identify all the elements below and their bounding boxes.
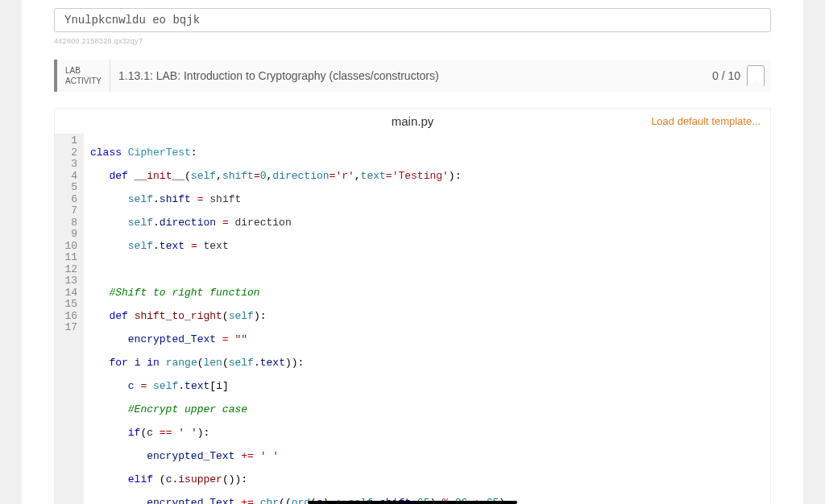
bookmark-icon[interactable] (747, 65, 765, 86)
code-editor[interactable]: 1234567891011121314151617 class CipherTe… (55, 134, 770, 504)
lab-tag-line1: LAB (65, 65, 102, 76)
meta-id: 442800.2158328.qx3zqy7 (54, 37, 771, 45)
bottom-ad-bar (308, 501, 517, 504)
editor-toolbar: main.py Load default template... (55, 109, 770, 134)
lab-header: LAB ACTIVITY 1.13.1: LAB: Introduction t… (54, 60, 771, 92)
code-content[interactable]: class CipherTest: def __init__(self,shif… (84, 134, 770, 504)
lab-score-area: 0 / 10 (712, 60, 771, 92)
lab-score: 0 / 10 (712, 69, 740, 82)
lab-activity-tag: LAB ACTIVITY (57, 60, 110, 92)
line-number-gutter: 1234567891011121314151617 (55, 134, 84, 504)
code-editor-panel: main.py Load default template... 1234567… (54, 108, 771, 504)
page-container: 442800.2158328.qx3zqy7 LAB ACTIVITY 1.13… (22, 0, 803, 504)
lab-title: 1.13.1: LAB: Introduction to Cryptograph… (110, 60, 712, 92)
search-input[interactable] (54, 8, 771, 32)
filename-label: main.py (392, 114, 434, 128)
load-default-template-link[interactable]: Load default template... (651, 115, 761, 127)
lab-tag-line2: ACTIVITY (65, 76, 102, 86)
